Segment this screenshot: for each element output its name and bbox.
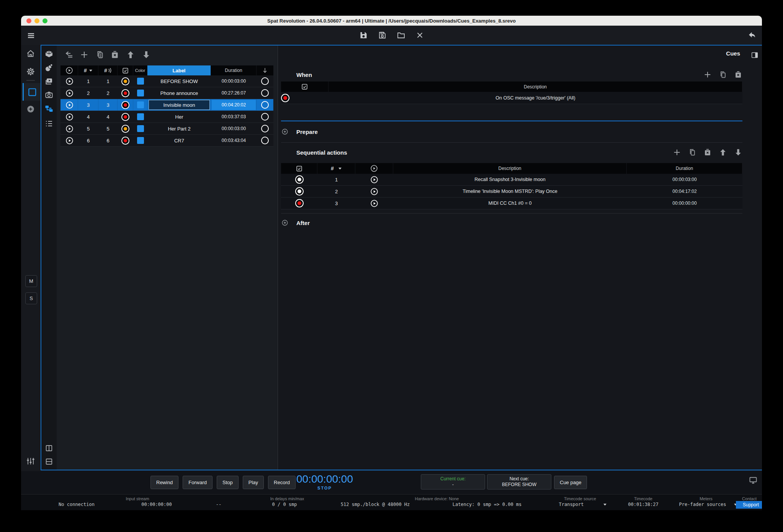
list-icon[interactable] — [44, 119, 54, 128]
sequential-action-row[interactable]: 3 MIDI CC Ch1 #0 = 0 00:00:00:00 — [281, 197, 742, 209]
home-icon[interactable] — [26, 49, 36, 59]
delete-cue-icon[interactable] — [110, 50, 119, 59]
split-vertical-icon[interactable] — [44, 444, 54, 453]
cue-color-swatch[interactable] — [133, 75, 147, 87]
delete-action-icon[interactable] — [703, 148, 712, 157]
cue-label[interactable]: Her — [147, 111, 211, 122]
cue-follow-indicator[interactable] — [257, 87, 273, 99]
duplicate-action-icon[interactable] — [688, 148, 696, 157]
when-enabled-column-header[interactable] — [281, 82, 329, 92]
cue-color-swatch[interactable] — [133, 135, 147, 146]
add-icon[interactable] — [26, 104, 36, 114]
sequential-action-row[interactable]: 2 Timeline 'Invisible Moon MSTRD': Play … — [281, 186, 742, 197]
action-duration[interactable]: 00:00:00:00 — [627, 197, 742, 209]
action-play-button[interactable] — [355, 174, 393, 185]
cue-row[interactable]: 6 6 CR7 00:03:43:04 — [60, 135, 273, 147]
cue-duration[interactable]: 00:27:26:07 — [211, 87, 257, 99]
cue-color-swatch[interactable] — [133, 87, 147, 99]
action-status-indicator[interactable] — [281, 174, 317, 185]
add-cue-icon[interactable] — [80, 50, 89, 59]
cue-color-swatch[interactable] — [133, 123, 147, 134]
move-action-down-icon[interactable] — [734, 148, 742, 157]
action-duration[interactable]: 00:00:03:00 — [627, 174, 742, 185]
when-row[interactable]: On OSC message '/cue/3/trigger' (All) — [281, 92, 742, 104]
cue-label[interactable]: Phone announce — [147, 87, 211, 99]
timecode-source-caret-icon[interactable] — [603, 504, 606, 506]
play-button[interactable]: Play — [243, 476, 264, 489]
cue-label[interactable]: Invisible moon — [147, 99, 211, 111]
meters-select[interactable]: Pre-fader sources — [679, 502, 726, 507]
add-when-icon[interactable] — [703, 70, 712, 79]
cue-play-button[interactable] — [60, 135, 78, 146]
expand-prepare-icon[interactable] — [281, 128, 288, 135]
action-description[interactable]: Recall Snapshot 3-Invisible moon — [393, 174, 627, 185]
cue-audio-number-column-header[interactable]: # — [98, 65, 118, 75]
cue-play-button[interactable] — [60, 87, 78, 99]
after-section-header[interactable]: After — [281, 217, 742, 228]
cue-color-swatch[interactable] — [133, 111, 147, 122]
cue-follow-indicator[interactable] — [257, 135, 273, 146]
stop-button[interactable]: Stop — [217, 476, 239, 489]
cue-duration[interactable]: 00:00:03:00 — [211, 75, 257, 87]
color-column-header[interactable]: Color — [133, 65, 147, 75]
cue-row[interactable]: 3 3 Invisible moon 00:04:20:02 — [60, 99, 273, 111]
cue-play-button[interactable] — [60, 99, 78, 111]
action-description[interactable]: Timeline 'Invisible Moon MSTRD': Play On… — [393, 186, 627, 197]
action-number-column-header[interactable]: # — [317, 163, 355, 174]
play-column-header[interactable] — [60, 65, 78, 75]
move-cue-up-icon[interactable] — [126, 50, 135, 59]
settings-gear-icon[interactable] — [26, 67, 36, 77]
cue-duration[interactable]: 00:03:37:03 — [211, 111, 257, 122]
master-solo-button[interactable]: S — [25, 292, 37, 304]
cue-follow-indicator[interactable] — [257, 99, 273, 111]
cue-follow-indicator[interactable] — [257, 123, 273, 134]
move-action-up-icon[interactable] — [719, 148, 727, 157]
undo-icon[interactable] — [747, 31, 757, 40]
cue-play-button[interactable] — [60, 111, 78, 122]
cue-duration[interactable]: 00:00:03:00 — [211, 123, 257, 134]
cue-armed-indicator[interactable] — [118, 135, 133, 146]
assign-cue-icon[interactable] — [65, 50, 74, 59]
cue-follow-indicator[interactable] — [257, 75, 273, 87]
close-icon[interactable] — [415, 31, 424, 40]
duration-column-header[interactable]: Duration — [211, 65, 257, 75]
save-as-icon[interactable] — [378, 31, 387, 40]
delete-when-icon[interactable] — [734, 70, 742, 79]
panel-toggle-icon[interactable] — [750, 51, 759, 59]
cue-armed-indicator[interactable] — [118, 87, 133, 99]
add-action-icon[interactable] — [673, 148, 681, 157]
prepare-section-header[interactable]: Prepare — [281, 126, 742, 137]
cue-label[interactable]: Her Part 2 — [147, 123, 211, 134]
sources-icon[interactable] — [44, 63, 54, 72]
open-folder-icon[interactable] — [396, 31, 405, 40]
move-cue-down-icon[interactable] — [142, 50, 151, 59]
cue-armed-indicator[interactable] — [118, 99, 133, 111]
cue-armed-indicator[interactable] — [118, 123, 133, 134]
split-horizontal-icon[interactable] — [44, 457, 54, 466]
timecode-source-select[interactable]: Transport — [559, 502, 584, 507]
rewind-button[interactable]: Rewind — [150, 476, 178, 489]
close-window-icon[interactable] — [26, 18, 31, 23]
cue-follow-indicator[interactable] — [257, 111, 273, 122]
action-play-button[interactable] — [355, 186, 393, 197]
cue-armed-indicator[interactable] — [118, 111, 133, 122]
action-duration[interactable]: 00:04:17:02 — [627, 186, 742, 197]
cue-duration[interactable]: 00:04:20:02 — [211, 99, 257, 111]
label-column-header[interactable]: Label — [147, 65, 211, 75]
sequential-action-row[interactable]: 1 Recall Snapshot 3-Invisible moon 00:00… — [281, 174, 742, 186]
action-enabled-column-header[interactable] — [281, 163, 317, 174]
cue-row[interactable]: 1 1 BEFORE SHOW 00:00:03:00 — [60, 75, 273, 87]
cue-armed-indicator[interactable] — [118, 75, 133, 87]
action-duration-column-header[interactable]: Duration — [627, 163, 742, 174]
duplicate-when-icon[interactable] — [719, 70, 727, 79]
cue-page-button[interactable]: Cue page — [554, 476, 587, 489]
action-description[interactable]: MIDI CC Ch1 #0 = 0 — [393, 197, 627, 209]
action-play-column-header[interactable] — [355, 163, 393, 174]
cue-row[interactable]: 5 5 Her Part 2 00:00:03:00 — [60, 123, 273, 135]
cues-page-icon[interactable] — [44, 104, 54, 113]
action-play-button[interactable] — [355, 197, 393, 209]
cue-row[interactable]: 2 2 Phone announce 00:27:26:07 — [60, 87, 273, 99]
zoom-window-icon[interactable] — [43, 18, 47, 23]
action-status-indicator[interactable] — [281, 186, 317, 197]
action-status-indicator[interactable] — [281, 197, 317, 209]
